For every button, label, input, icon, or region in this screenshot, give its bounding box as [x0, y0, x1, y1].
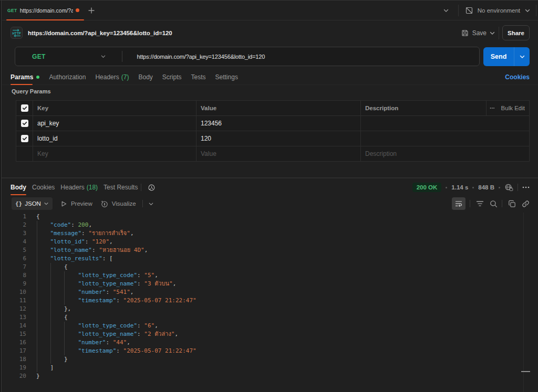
param-key-input[interactable]: Key: [33, 146, 196, 161]
code-token-punc: :: [137, 322, 144, 329]
chevron-down-icon: [44, 201, 49, 206]
response-meta: 200 OK 1.14 s 848 B: [412, 183, 530, 192]
share-button[interactable]: Share: [502, 25, 530, 40]
globe-lock-icon: [504, 183, 513, 192]
response-options-button[interactable]: [522, 186, 530, 188]
request-tab-params[interactable]: Params: [11, 70, 39, 84]
code-line-3: 3 "message": "รายการสำเร็จ",: [2, 229, 538, 238]
copy-link-button[interactable]: [521, 199, 530, 208]
code-token-str: "44": [113, 339, 127, 346]
line-number: 3: [2, 229, 26, 238]
save-button[interactable]: Save: [461, 29, 487, 37]
response-tab-body[interactable]: Body: [11, 181, 26, 194]
code-line-1: 1{: [2, 213, 538, 221]
check-icon: [22, 105, 27, 111]
copy-button[interactable]: [508, 199, 516, 208]
chevron-down-icon: [100, 54, 106, 59]
param-description-cell[interactable]: [361, 131, 529, 146]
open-request-tab[interactable]: GET https://domain.com/?ap: [2, 1, 86, 20]
params-active-dot: [36, 76, 39, 79]
response-tab-cookies[interactable]: Cookies: [32, 181, 55, 194]
code-token-punc: ,: [174, 331, 178, 337]
status-badge[interactable]: 200 OK: [412, 183, 442, 192]
code-token-punc: [36, 280, 78, 287]
url-input[interactable]: https://domain.com/?api_key=123456&lotto…: [122, 54, 265, 60]
param-value-input[interactable]: Value: [196, 146, 361, 161]
request-tab-tests[interactable]: Tests: [191, 70, 206, 84]
response-history-button[interactable]: [148, 184, 156, 192]
line-number: 2: [2, 221, 26, 229]
code-line-text: "lotto_id": "120",: [36, 238, 113, 246]
code-token-punc: [36, 230, 50, 237]
response-size[interactable]: 848 B: [478, 184, 494, 190]
request-response-divider[interactable]: [0, 177, 538, 178]
bulk-edit-button[interactable]: Bulk Edit: [487, 101, 529, 115]
response-format-dropdown[interactable]: {} JSON: [12, 197, 53, 210]
query-param-row: lotto_id120: [16, 131, 529, 146]
preview-button[interactable]: Preview: [60, 200, 92, 207]
code-token-punc: : [: [102, 255, 113, 262]
code-token-key: "lotto_type_code": [78, 322, 137, 329]
param-key-cell[interactable]: lotto_id: [33, 131, 196, 146]
no-environment-icon: [465, 6, 473, 15]
response-tab-headers[interactable]: Headers(18): [60, 181, 98, 194]
response-body-viewer[interactable]: 1{2 "code": 200,3 "message": "รายการสำเร…: [2, 213, 538, 392]
code-line-16: 16 "number": "44",: [2, 338, 538, 347]
toolbar-right-icons: [452, 197, 530, 210]
format-label: JSON: [25, 200, 41, 207]
toolbar-chevron[interactable]: [148, 201, 154, 207]
response-tabs-separator: [141, 184, 141, 191]
placeholder-text: Value: [201, 150, 216, 157]
method-selector[interactable]: GET: [15, 53, 106, 60]
environment-selector[interactable]: No environment: [459, 1, 536, 20]
param-description-input[interactable]: Description: [361, 146, 529, 161]
tab-options-chevron[interactable]: [434, 7, 458, 14]
request-title-row: HTTP https://domain.com/?api_key=123456&…: [2, 21, 538, 45]
code-token-punc: },: [36, 305, 71, 312]
select-all-checkbox[interactable]: [21, 104, 28, 112]
indent-guide: [37, 221, 37, 372]
request-tab-headers[interactable]: Headers(7): [95, 70, 129, 84]
request-tab-settings[interactable]: Settings: [215, 70, 238, 84]
save-options-chevron[interactable]: [489, 30, 495, 36]
network-info-button[interactable]: [504, 183, 513, 192]
response-tab-test-results[interactable]: Test Results: [104, 181, 138, 194]
new-tab-button[interactable]: [87, 6, 96, 15]
more-options-icon: [522, 186, 530, 188]
request-tab-authorization[interactable]: Authorization: [49, 70, 86, 84]
search-button[interactable]: [489, 199, 498, 208]
column-header-value: Value: [196, 101, 361, 115]
active-tab-underline: [11, 194, 26, 195]
code-token-num: 200: [78, 221, 89, 228]
line-number: 18: [2, 355, 26, 364]
request-tab-scripts[interactable]: Scripts: [162, 70, 182, 84]
request-tab-body[interactable]: Body: [138, 70, 152, 84]
send-options-chevron[interactable]: [514, 47, 530, 66]
toolbar-separator: [470, 200, 470, 207]
code-line-11: 11 "timestamp": "2025-05-07 21:22:47": [2, 296, 538, 305]
send-button[interactable]: Send: [483, 47, 514, 66]
row-checkbox[interactable]: [21, 135, 28, 142]
line-number: 9: [2, 280, 26, 288]
visualize-button[interactable]: Visualize: [100, 200, 136, 208]
param-value-cell[interactable]: 120: [196, 131, 361, 146]
visualize-sparkle-icon: [100, 200, 108, 208]
code-token-punc: :: [92, 247, 99, 253]
param-description-cell[interactable]: [361, 116, 529, 131]
response-time[interactable]: 1.14 s: [451, 184, 468, 190]
line-number: 14: [2, 322, 26, 330]
param-value-cell[interactable]: 123456: [196, 116, 361, 131]
send-split-button: Send: [483, 47, 530, 66]
code-line-9: 9 "lotto_type_name": "3 ตัวบน",: [2, 280, 538, 288]
row-checkbox[interactable]: [21, 120, 28, 127]
code-token-punc: }: [36, 356, 68, 363]
line-number: 7: [2, 263, 26, 271]
wrap-text-button[interactable]: [452, 197, 465, 210]
braces-icon: {}: [15, 200, 22, 207]
param-key-cell[interactable]: api_key: [33, 116, 196, 131]
code-line-text: "lotto_type_name": "3 ตัวบน",: [36, 280, 176, 288]
cookies-link[interactable]: Cookies: [505, 73, 530, 81]
history-clock-icon: [148, 184, 156, 192]
tab-label: Test Results: [104, 184, 138, 191]
filter-button[interactable]: [475, 199, 484, 208]
